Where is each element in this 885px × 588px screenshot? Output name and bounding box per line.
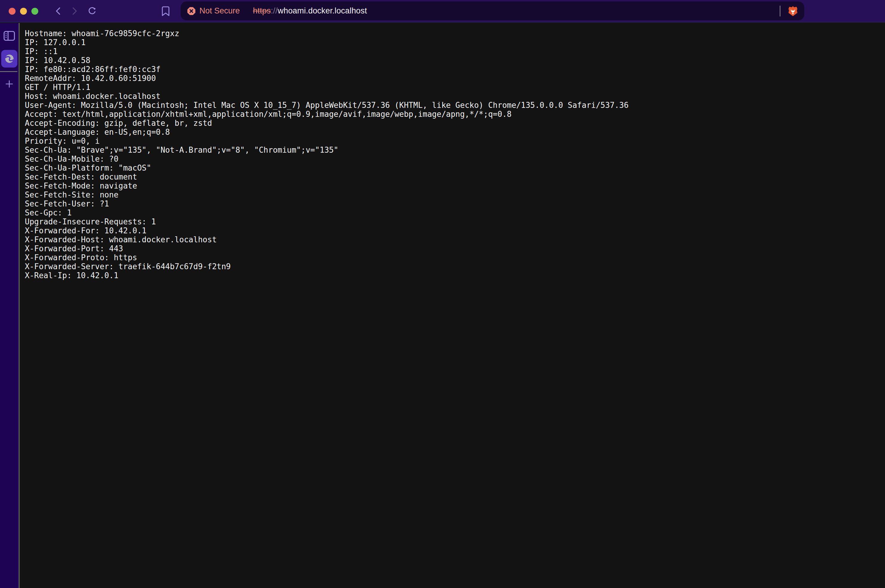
reload-icon[interactable] bbox=[87, 6, 97, 16]
response-line: Hostname: whoami-76c9859cfc-2rgxz bbox=[25, 29, 885, 38]
toolbar: Not Secure https://whoami.docker.localho… bbox=[0, 0, 885, 22]
response-line: X-Forwarded-For: 10.42.0.1 bbox=[25, 226, 885, 235]
url-host: whoami.docker.localhost bbox=[278, 6, 367, 15]
response-line: X-Forwarded-Server: traefik-644b7c67d9-f… bbox=[25, 262, 885, 271]
response-line: IP: 10.42.0.58 bbox=[25, 56, 885, 65]
response-line: Upgrade-Insecure-Requests: 1 bbox=[25, 217, 885, 226]
response-line: Sec-Fetch-Mode: navigate bbox=[25, 182, 885, 190]
address-bar-divider bbox=[780, 6, 780, 16]
zoom-window-button[interactable] bbox=[32, 8, 38, 15]
response-line: Sec-Ch-Ua: "Brave";v="135", "Not-A.Brand… bbox=[25, 146, 885, 154]
whoami-response: Hostname: whoami-76c9859cfc-2rgxzIP: 127… bbox=[25, 29, 885, 280]
response-line: User-Agent: Mozilla/5.0 (Macintosh; Inte… bbox=[25, 101, 885, 110]
response-line: Sec-Fetch-User: ?1 bbox=[25, 199, 885, 208]
response-line: X-Forwarded-Host: whoami.docker.localhos… bbox=[25, 235, 885, 244]
response-line: Sec-Ch-Ua-Platform: "macOS" bbox=[25, 164, 885, 172]
new-tab-plus-icon[interactable] bbox=[5, 79, 14, 89]
response-line: Sec-Gpc: 1 bbox=[25, 208, 885, 217]
browser-window: Not Secure https://whoami.docker.localho… bbox=[0, 0, 885, 588]
minimize-window-button[interactable] bbox=[20, 8, 27, 15]
response-line: Sec-Ch-Ua-Mobile: ?0 bbox=[25, 154, 885, 164]
response-line: Sec-Fetch-Site: none bbox=[25, 190, 885, 199]
response-line: X-Real-Ip: 10.42.0.1 bbox=[25, 271, 885, 280]
response-line: Accept-Encoding: gzip, deflate, br, zstd bbox=[25, 118, 885, 128]
response-line: IP: 127.0.0.1 bbox=[25, 38, 885, 47]
address-bar-right bbox=[780, 4, 799, 18]
sidebar-toggle-icon[interactable] bbox=[3, 30, 15, 42]
traffic-lights bbox=[9, 8, 38, 15]
url-scheme: https bbox=[253, 6, 271, 15]
sidebar bbox=[0, 23, 20, 588]
address-bar[interactable]: Not Secure https://whoami.docker.localho… bbox=[180, 2, 804, 20]
response-line: Priority: u=0, i bbox=[25, 136, 885, 146]
url-separator: :// bbox=[271, 6, 278, 15]
not-secure-icon bbox=[186, 6, 196, 16]
response-line: Host: whoami.docker.localhost bbox=[25, 92, 885, 101]
response-line: X-Forwarded-Port: 443 bbox=[25, 244, 885, 253]
response-line: RemoteAddr: 10.42.0.60:51900 bbox=[25, 74, 885, 83]
response-line: Sec-Fetch-Dest: document bbox=[25, 172, 885, 182]
response-line: IP: ::1 bbox=[25, 47, 885, 56]
response-line: GET / HTTP/1.1 bbox=[25, 83, 885, 92]
close-window-button[interactable] bbox=[9, 8, 15, 15]
forward-icon[interactable] bbox=[69, 6, 79, 16]
globe-icon bbox=[4, 53, 15, 64]
sidebar-divider bbox=[0, 71, 17, 72]
brave-shields-icon[interactable] bbox=[787, 4, 799, 18]
response-line: Accept-Language: en-US,en;q=0.8 bbox=[25, 128, 885, 136]
not-secure-label[interactable]: Not Secure bbox=[200, 6, 240, 15]
response-line: X-Forwarded-Proto: https bbox=[25, 253, 885, 262]
response-line: Accept: text/html,application/xhtml+xml,… bbox=[25, 110, 885, 118]
response-line: IP: fe80::acd2:86ff:fef0:cc3f bbox=[25, 65, 885, 74]
bookmark-icon[interactable] bbox=[160, 5, 171, 17]
back-icon[interactable] bbox=[54, 6, 64, 16]
sidebar-active-tab[interactable] bbox=[1, 50, 17, 68]
url-text: https://whoami.docker.localhost bbox=[253, 6, 367, 15]
page-content: Hostname: whoami-76c9859cfc-2rgxzIP: 127… bbox=[21, 23, 885, 588]
